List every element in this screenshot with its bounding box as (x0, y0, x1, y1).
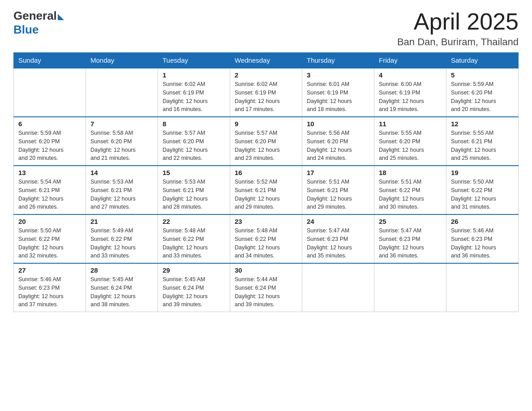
day-number: 4 (379, 71, 442, 79)
calendar-cell (86, 68, 158, 117)
day-info: Sunrise: 5:51 AMSunset: 6:22 PMDaylight:… (379, 178, 442, 211)
day-info: Sunrise: 5:49 AMSunset: 6:22 PMDaylight:… (90, 227, 153, 260)
day-info: Sunrise: 5:47 AMSunset: 6:23 PMDaylight:… (307, 227, 369, 260)
day-info: Sunrise: 5:56 AMSunset: 6:20 PMDaylight:… (307, 129, 369, 163)
calendar-cell: 29Sunrise: 5:45 AMSunset: 6:24 PMDayligh… (158, 263, 230, 312)
day-info: Sunrise: 5:46 AMSunset: 6:23 PMDaylight:… (451, 227, 514, 260)
day-info: Sunrise: 5:52 AMSunset: 6:21 PMDaylight:… (235, 178, 297, 211)
calendar-title: April 2025 (397, 9, 519, 34)
day-number: 13 (18, 169, 81, 176)
calendar-cell: 19Sunrise: 5:50 AMSunset: 6:22 PMDayligh… (446, 166, 519, 214)
day-info: Sunrise: 5:48 AMSunset: 6:22 PMDaylight:… (235, 227, 297, 260)
column-header-thursday: Thursday (302, 53, 374, 68)
calendar-cell (374, 263, 446, 312)
calendar-cell: 20Sunrise: 5:50 AMSunset: 6:22 PMDayligh… (14, 214, 86, 263)
day-number: 24 (307, 218, 369, 225)
day-number: 11 (379, 120, 442, 128)
calendar-header-row: SundayMondayTuesdayWednesdayThursdayFrid… (14, 53, 519, 68)
column-header-friday: Friday (374, 53, 446, 68)
logo-blue: Blue (13, 23, 39, 37)
calendar-cell: 21Sunrise: 5:49 AMSunset: 6:22 PMDayligh… (86, 214, 158, 263)
day-number: 12 (451, 120, 514, 128)
calendar-cell: 14Sunrise: 5:53 AMSunset: 6:21 PMDayligh… (86, 166, 158, 214)
day-number: 14 (90, 169, 153, 176)
calendar-cell: 25Sunrise: 5:47 AMSunset: 6:23 PMDayligh… (374, 214, 446, 263)
calendar-cell: 9Sunrise: 5:57 AMSunset: 6:20 PMDaylight… (230, 117, 302, 166)
day-info: Sunrise: 6:02 AMSunset: 6:19 PMDaylight:… (235, 80, 297, 114)
week-row-5: 27Sunrise: 5:46 AMSunset: 6:23 PMDayligh… (14, 263, 519, 312)
day-number: 15 (163, 169, 225, 176)
calendar-cell: 10Sunrise: 5:56 AMSunset: 6:20 PMDayligh… (302, 117, 374, 166)
day-number: 8 (163, 120, 225, 128)
calendar-cell: 24Sunrise: 5:47 AMSunset: 6:23 PMDayligh… (302, 214, 374, 263)
calendar-cell: 11Sunrise: 5:55 AMSunset: 6:20 PMDayligh… (374, 117, 446, 166)
calendar-cell: 4Sunrise: 6:00 AMSunset: 6:19 PMDaylight… (374, 68, 446, 117)
calendar-cell: 8Sunrise: 5:57 AMSunset: 6:20 PMDaylight… (158, 117, 230, 166)
logo-triangle-icon (58, 14, 64, 20)
day-number: 17 (307, 169, 369, 176)
calendar-cell: 27Sunrise: 5:46 AMSunset: 6:23 PMDayligh… (14, 263, 86, 312)
calendar-subtitle: Ban Dan, Buriram, Thailand (397, 36, 519, 48)
calendar-cell: 23Sunrise: 5:48 AMSunset: 6:22 PMDayligh… (230, 214, 302, 263)
day-info: Sunrise: 5:50 AMSunset: 6:22 PMDaylight:… (18, 227, 81, 260)
page-header: General Blue April 2025 Ban Dan, Buriram… (13, 9, 519, 48)
day-number: 27 (18, 266, 81, 274)
day-info: Sunrise: 6:01 AMSunset: 6:19 PMDaylight:… (307, 80, 369, 114)
calendar-cell (446, 263, 519, 312)
calendar-cell: 7Sunrise: 5:58 AMSunset: 6:20 PMDaylight… (86, 117, 158, 166)
calendar-cell: 30Sunrise: 5:44 AMSunset: 6:24 PMDayligh… (230, 263, 302, 312)
day-info: Sunrise: 5:59 AMSunset: 6:20 PMDaylight:… (18, 129, 81, 163)
calendar-cell: 6Sunrise: 5:59 AMSunset: 6:20 PMDaylight… (14, 117, 86, 166)
day-info: Sunrise: 5:57 AMSunset: 6:20 PMDaylight:… (163, 129, 225, 163)
column-header-monday: Monday (86, 53, 158, 68)
day-number: 6 (18, 120, 81, 128)
calendar-cell: 28Sunrise: 5:45 AMSunset: 6:24 PMDayligh… (86, 263, 158, 312)
day-info: Sunrise: 5:48 AMSunset: 6:22 PMDaylight:… (163, 227, 225, 260)
calendar-cell: 26Sunrise: 5:46 AMSunset: 6:23 PMDayligh… (446, 214, 519, 263)
calendar-cell: 5Sunrise: 5:59 AMSunset: 6:20 PMDaylight… (446, 68, 519, 117)
day-number: 20 (18, 218, 81, 225)
day-number: 9 (235, 120, 297, 128)
column-header-wednesday: Wednesday (230, 53, 302, 68)
day-number: 1 (163, 71, 225, 79)
day-info: Sunrise: 5:55 AMSunset: 6:20 PMDaylight:… (379, 129, 442, 163)
day-number: 25 (379, 218, 442, 225)
day-info: Sunrise: 5:59 AMSunset: 6:20 PMDaylight:… (451, 80, 514, 114)
day-info: Sunrise: 5:53 AMSunset: 6:21 PMDaylight:… (163, 178, 225, 211)
week-row-3: 13Sunrise: 5:54 AMSunset: 6:21 PMDayligh… (14, 166, 519, 214)
calendar-cell (14, 68, 86, 117)
calendar-table: SundayMondayTuesdayWednesdayThursdayFrid… (13, 52, 519, 312)
week-row-1: 1Sunrise: 6:02 AMSunset: 6:19 PMDaylight… (14, 68, 519, 117)
day-info: Sunrise: 6:00 AMSunset: 6:19 PMDaylight:… (379, 80, 442, 114)
day-info: Sunrise: 5:58 AMSunset: 6:20 PMDaylight:… (90, 129, 153, 163)
calendar-cell: 15Sunrise: 5:53 AMSunset: 6:21 PMDayligh… (158, 166, 230, 214)
week-row-2: 6Sunrise: 5:59 AMSunset: 6:20 PMDaylight… (14, 117, 519, 166)
day-info: Sunrise: 5:45 AMSunset: 6:24 PMDaylight:… (163, 275, 225, 309)
day-number: 2 (235, 71, 297, 79)
calendar-cell: 17Sunrise: 5:51 AMSunset: 6:21 PMDayligh… (302, 166, 374, 214)
calendar-cell: 12Sunrise: 5:55 AMSunset: 6:21 PMDayligh… (446, 117, 519, 166)
day-number: 28 (90, 266, 153, 274)
day-info: Sunrise: 5:54 AMSunset: 6:21 PMDaylight:… (18, 178, 81, 211)
calendar-cell: 1Sunrise: 6:02 AMSunset: 6:19 PMDaylight… (158, 68, 230, 117)
title-area: April 2025 Ban Dan, Buriram, Thailand (397, 9, 519, 48)
calendar-cell: 16Sunrise: 5:52 AMSunset: 6:21 PMDayligh… (230, 166, 302, 214)
day-info: Sunrise: 5:45 AMSunset: 6:24 PMDaylight:… (90, 275, 153, 309)
day-info: Sunrise: 5:46 AMSunset: 6:23 PMDaylight:… (18, 275, 81, 309)
day-number: 7 (90, 120, 153, 128)
logo-general: General (13, 9, 57, 23)
week-row-4: 20Sunrise: 5:50 AMSunset: 6:22 PMDayligh… (14, 214, 519, 263)
day-number: 26 (451, 218, 514, 225)
calendar-cell: 22Sunrise: 5:48 AMSunset: 6:22 PMDayligh… (158, 214, 230, 263)
day-info: Sunrise: 5:57 AMSunset: 6:20 PMDaylight:… (235, 129, 297, 163)
day-info: Sunrise: 6:02 AMSunset: 6:19 PMDaylight:… (163, 80, 225, 114)
day-info: Sunrise: 5:47 AMSunset: 6:23 PMDaylight:… (379, 227, 442, 260)
day-info: Sunrise: 5:50 AMSunset: 6:22 PMDaylight:… (451, 178, 514, 211)
day-number: 21 (90, 218, 153, 225)
day-number: 5 (451, 71, 514, 79)
day-number: 10 (307, 120, 369, 128)
calendar-cell: 3Sunrise: 6:01 AMSunset: 6:19 PMDaylight… (302, 68, 374, 117)
calendar-cell: 2Sunrise: 6:02 AMSunset: 6:19 PMDaylight… (230, 68, 302, 117)
day-number: 3 (307, 71, 369, 79)
day-number: 16 (235, 169, 297, 176)
